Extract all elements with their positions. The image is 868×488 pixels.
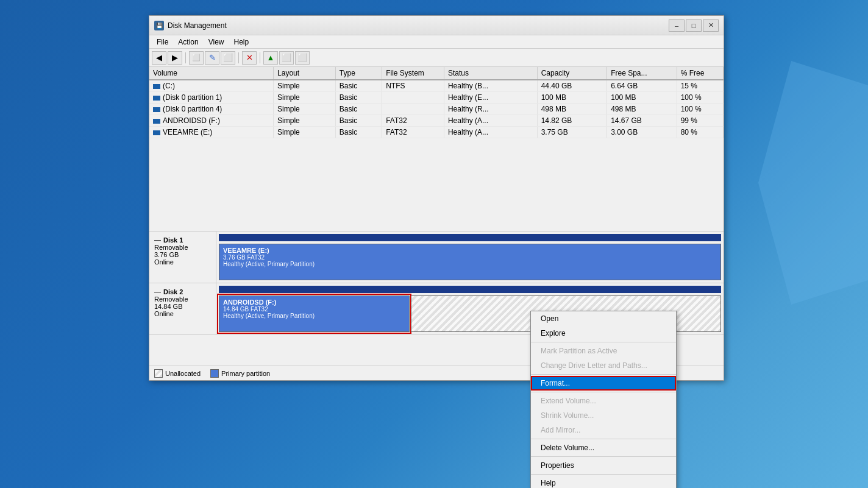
disk1-label: — Disk 1 Removable 3.76 GB Online <box>149 232 216 283</box>
properties-button[interactable]: ⬜ <box>189 51 204 65</box>
cell-filesystem: FAT32 <box>382 115 444 127</box>
menu-action[interactable]: Action <box>173 37 203 48</box>
ctx-sep2 <box>531 374 676 375</box>
col-layout[interactable]: Layout <box>274 67 336 80</box>
ctx-format[interactable]: Format... <box>531 376 676 391</box>
cell-volume: (Disk 0 partition 1) <box>149 92 274 104</box>
legend-label-unallocated: Unallocated <box>165 370 201 377</box>
forward-button[interactable]: ▶ <box>168 51 182 65</box>
disk2-status: Online <box>154 310 211 317</box>
title-bar: 💾 Disk Management – □ ✕ <box>149 16 724 35</box>
table-row[interactable]: (C:) Simple Basic NTFS Healthy (B... 44.… <box>149 80 724 92</box>
cell-capacity: 44.40 GB <box>537 80 607 92</box>
menu-file[interactable]: File <box>152 37 173 48</box>
cell-status: Healthy (A... <box>444 127 537 138</box>
cell-layout: Simple <box>274 104 336 115</box>
cell-pct: 15 % <box>677 80 723 92</box>
cell-layout: Simple <box>274 127 336 138</box>
partition-status: Healthy (Active, Primary Partition) <box>223 313 405 319</box>
cell-layout: Simple <box>274 115 336 127</box>
toolbar: ◀ ▶ ⬜ ✎ ⬜ ✕ ▲ ⬜ ⬜ <box>149 49 724 67</box>
cell-filesystem: NTFS <box>382 80 444 92</box>
rescan-button[interactable]: ⬜ <box>221 51 235 65</box>
ctx-sep6 <box>531 474 676 475</box>
col-filesystem[interactable]: File System <box>382 67 444 80</box>
menu-view[interactable]: View <box>204 37 229 48</box>
cell-free: 100 MB <box>607 92 677 104</box>
volume-table: Volume Layout Type File System Status Ca… <box>149 67 724 138</box>
disk2-partition1[interactable]: ANDROIDSD (F:) 14.84 GB FAT32 Healthy (A… <box>219 295 410 332</box>
cell-status: Healthy (B... <box>444 80 537 92</box>
cell-pct: 80 % <box>677 127 723 138</box>
col-pct[interactable]: % Free <box>677 67 723 80</box>
cell-layout: Simple <box>274 80 336 92</box>
disk2-size: 14.84 GB <box>154 303 211 310</box>
window-icon: 💾 <box>154 21 164 30</box>
table-row[interactable]: (Disk 0 partition 1) Simple Basic Health… <box>149 92 724 104</box>
table-row[interactable]: (Disk 0 partition 4) Simple Basic Health… <box>149 104 724 115</box>
cell-type: Basic <box>335 80 382 92</box>
menu-bar: File Action View Help <box>149 35 724 49</box>
disk1-partitions: VEEAMRE (E:) 3.76 GB FAT32 Healthy (Acti… <box>216 232 724 283</box>
back-button[interactable]: ◀ <box>152 51 166 65</box>
volume-table-area: Volume Layout Type File System Status Ca… <box>149 67 724 232</box>
col-free[interactable]: Free Spa... <box>607 67 677 80</box>
table-row[interactable]: VEEAMRE (E:) Simple Basic FAT32 Healthy … <box>149 127 724 138</box>
legend-swatch-unallocated <box>154 369 163 378</box>
toolbar-sep-2 <box>238 52 239 63</box>
cell-pct: 100 % <box>677 92 723 104</box>
toolbar-sep-3 <box>260 52 260 63</box>
legend-unallocated: Unallocated <box>154 369 201 378</box>
delete-button[interactable]: ✕ <box>242 51 257 65</box>
legend-swatch-primary <box>210 369 219 378</box>
ctx-explore[interactable]: Explore <box>531 326 676 341</box>
cell-capacity: 498 MB <box>537 104 607 115</box>
ctx-mark-active: Mark Partition as Active <box>531 344 676 358</box>
disk1-type: Removable <box>154 244 211 251</box>
ctx-sep3 <box>531 392 676 392</box>
context-menu: Open Explore Mark Partition as Active Ch… <box>530 311 677 488</box>
window-controls: – □ ✕ <box>669 19 719 32</box>
help-button2[interactable]: ⬜ <box>295 51 310 65</box>
cell-capacity: 3.75 GB <box>537 127 607 138</box>
ctx-open[interactable]: Open <box>531 311 676 326</box>
disk2-label: — Disk 2 Removable 14.84 GB Online <box>149 283 216 334</box>
minimize-button[interactable]: – <box>669 19 685 32</box>
cell-type: Basic <box>335 115 382 127</box>
toolbar-sep-1 <box>185 52 186 63</box>
cell-status: Healthy (A... <box>444 115 537 127</box>
cell-volume: ANDROIDSD (F:) <box>149 115 274 127</box>
maximize-button[interactable]: □ <box>686 19 702 32</box>
ctx-properties[interactable]: Properties <box>531 458 676 473</box>
menu-help[interactable]: Help <box>229 37 254 48</box>
cell-type: Basic <box>335 104 382 115</box>
export-button[interactable]: ⬜ <box>279 51 294 65</box>
disk2-header-bar <box>219 286 721 293</box>
col-capacity[interactable]: Capacity <box>537 67 607 80</box>
ctx-sep1 <box>531 342 676 342</box>
cell-capacity: 14.82 GB <box>537 115 607 127</box>
legend-label-primary: Primary partition <box>221 370 270 377</box>
col-volume[interactable]: Volume <box>149 67 274 80</box>
table-row[interactable]: ANDROIDSD (F:) Simple Basic FAT32 Health… <box>149 115 724 127</box>
col-type[interactable]: Type <box>335 67 382 80</box>
cell-pct: 99 % <box>677 115 723 127</box>
partition-label: ANDROIDSD (F:) <box>223 299 405 306</box>
edit-button[interactable]: ✎ <box>205 51 219 65</box>
import-button[interactable]: ▲ <box>263 51 278 65</box>
disk2-type: Removable <box>154 295 211 303</box>
disk1-partition1[interactable]: VEEAMRE (E:) 3.76 GB FAT32 Healthy (Acti… <box>219 244 721 280</box>
close-button[interactable]: ✕ <box>703 19 719 32</box>
disk1-parts-row: VEEAMRE (E:) 3.76 GB FAT32 Healthy (Acti… <box>219 244 721 280</box>
partition-label: VEEAMRE (E:) <box>223 247 717 254</box>
legend-primary: Primary partition <box>210 369 270 378</box>
cell-layout: Simple <box>274 92 336 104</box>
ctx-delete[interactable]: Delete Volume... <box>531 440 676 455</box>
cell-capacity: 100 MB <box>537 92 607 104</box>
cell-volume: (C:) <box>149 80 274 92</box>
col-status[interactable]: Status <box>444 67 537 80</box>
ctx-help[interactable]: Help <box>531 476 676 488</box>
cell-status: Healthy (E... <box>444 92 537 104</box>
ctx-sep5 <box>531 456 676 457</box>
disk2-name: Disk 2 <box>163 288 183 295</box>
